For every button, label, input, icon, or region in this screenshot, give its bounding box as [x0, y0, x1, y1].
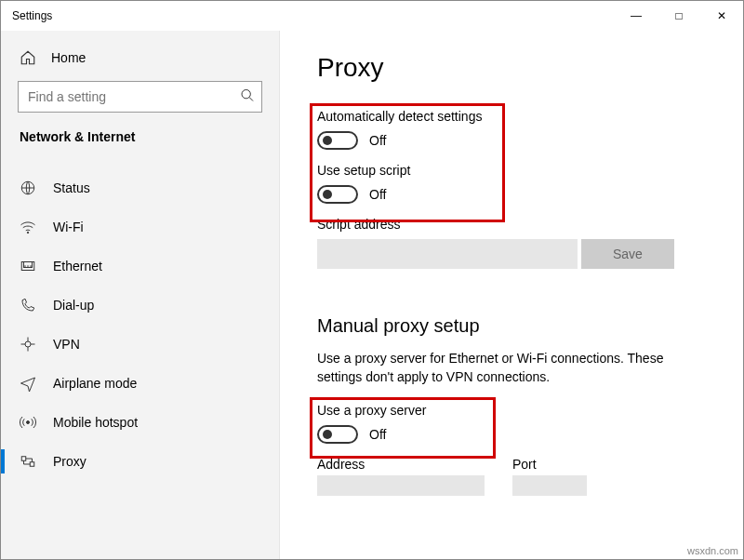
address-input[interactable] — [317, 475, 485, 496]
sidebar-item-label: Ethernet — [53, 259, 102, 273]
home-label: Home — [51, 50, 86, 65]
nav-list: Status Wi-Fi Ethernet — [1, 168, 279, 481]
address-label: Address — [317, 457, 485, 472]
search-wrap — [18, 81, 262, 113]
manual-proxy-section: Use a proxy server Off Address Port — [317, 403, 706, 496]
sidebar-item-wifi[interactable]: Wi-Fi — [1, 207, 279, 247]
sidebar: Home Network & Internet Status — [1, 31, 280, 559]
save-button[interactable]: Save — [581, 239, 674, 269]
hotspot-icon — [20, 414, 36, 431]
sidebar-item-label: Mobile hotspot — [53, 415, 138, 430]
svg-rect-12 — [30, 462, 34, 467]
sidebar-item-vpn[interactable]: VPN — [1, 325, 279, 364]
svg-point-9 — [25, 341, 31, 347]
close-button[interactable]: ✕ — [700, 1, 743, 31]
port-input[interactable] — [512, 475, 587, 496]
svg-line-1 — [249, 98, 253, 101]
sidebar-item-label: Dial-up — [53, 298, 94, 313]
ethernet-icon — [20, 258, 36, 274]
wifi-icon — [20, 219, 36, 235]
search-input[interactable] — [18, 81, 262, 113]
sidebar-item-label: Airplane mode — [53, 376, 137, 391]
svg-point-3 — [27, 232, 29, 233]
sidebar-item-dialup[interactable]: Dial-up — [1, 286, 279, 325]
phone-icon — [20, 297, 36, 313]
port-label: Port — [512, 457, 587, 472]
manual-proxy-description: Use a proxy server for Ethernet or Wi-Fi… — [317, 350, 706, 386]
main-panel: Proxy Automatically detect settings Off … — [280, 31, 743, 559]
globe-icon — [20, 180, 36, 196]
search-icon — [240, 88, 255, 106]
sidebar-item-hotspot[interactable]: Mobile hotspot — [1, 403, 279, 442]
sidebar-item-ethernet[interactable]: Ethernet — [1, 247, 279, 286]
sidebar-item-label: Wi-Fi — [53, 220, 84, 234]
sidebar-item-status[interactable]: Status — [1, 168, 279, 207]
home-icon — [20, 49, 36, 66]
home-button[interactable]: Home — [1, 40, 279, 81]
setup-script-state: Off — [369, 187, 386, 202]
auto-detect-state: Off — [369, 133, 386, 148]
auto-detect-label: Automatically detect settings — [317, 109, 706, 124]
sidebar-item-label: VPN — [53, 337, 80, 352]
manual-proxy-heading: Manual proxy setup — [317, 315, 706, 337]
window-title: Settings — [12, 9, 615, 22]
window-controls: — □ ✕ — [615, 1, 743, 31]
titlebar: Settings — □ ✕ — [1, 1, 743, 31]
category-label: Network & Internet — [1, 129, 279, 159]
auto-proxy-section: Automatically detect settings Off Use se… — [317, 109, 706, 284]
proxy-icon — [20, 453, 36, 470]
use-proxy-label: Use a proxy server — [317, 403, 706, 418]
sidebar-item-proxy[interactable]: Proxy — [1, 442, 279, 481]
auto-detect-toggle[interactable] — [317, 131, 358, 150]
setup-script-toggle[interactable] — [317, 185, 358, 204]
svg-point-0 — [242, 90, 250, 99]
sidebar-item-airplane[interactable]: Airplane mode — [1, 364, 279, 403]
use-proxy-toggle[interactable] — [317, 425, 358, 444]
watermark: wsxdn.com — [687, 545, 738, 556]
script-address-label: Script address — [317, 217, 706, 232]
minimize-button[interactable]: — — [615, 1, 658, 31]
svg-point-10 — [27, 421, 30, 424]
page-title: Proxy — [317, 53, 706, 83]
use-proxy-state: Off — [369, 427, 386, 442]
vpn-icon — [20, 336, 36, 353]
settings-window: Settings — □ ✕ Home Network & Internet — [0, 0, 744, 560]
sidebar-item-label: Proxy — [53, 454, 86, 469]
script-address-input[interactable] — [317, 239, 578, 269]
svg-rect-11 — [21, 457, 26, 461]
sidebar-item-label: Status — [53, 180, 90, 195]
airplane-icon — [20, 375, 36, 392]
setup-script-label: Use setup script — [317, 163, 706, 178]
maximize-button[interactable]: □ — [658, 1, 700, 31]
